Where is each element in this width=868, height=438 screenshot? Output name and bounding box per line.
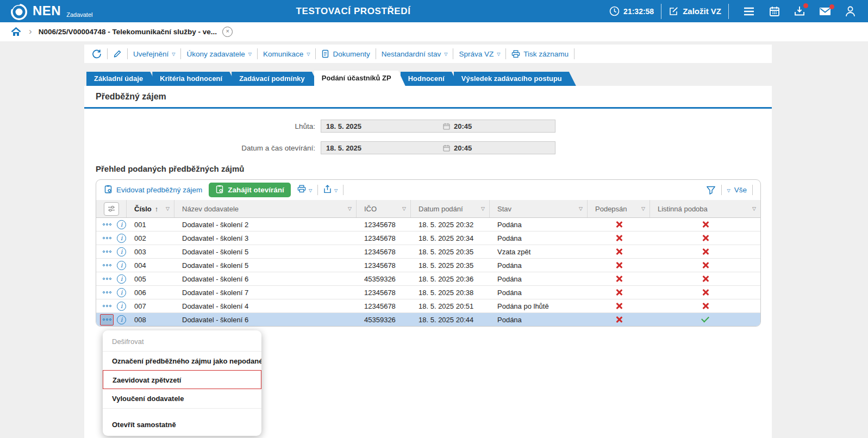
tab-1[interactable]: Základní údaje (86, 72, 157, 86)
row-info-button[interactable]: i (117, 315, 126, 324)
pencil-icon[interactable] (113, 49, 122, 59)
table-row[interactable]: i004Dodavatel - školení 51234567818. 5. … (96, 259, 760, 272)
table-row[interactable]: i002Dodavatel - školení 31234567818. 5. … (96, 231, 760, 245)
row-actions-menu-button[interactable] (100, 219, 114, 230)
home-icon[interactable] (11, 27, 21, 36)
column-header-4[interactable]: Datum podání▽ (411, 200, 490, 217)
print-button[interactable]: ▽ (297, 185, 312, 195)
row-actions-cell: i (96, 246, 127, 258)
table-row[interactable]: i008Dodavatel - školení 64535932618. 5. … (96, 313, 760, 327)
command-bar-item[interactable]: Tisk záznamu (511, 50, 569, 58)
row-actions-menu-button[interactable] (100, 301, 114, 312)
deadline-field[interactable]: 18. 5. 2025 20:45 (321, 120, 555, 133)
filter-caret-icon[interactable]: ▽ (399, 206, 406, 211)
column-header-3[interactable]: IČO▽ (357, 200, 411, 217)
cell-date-submitted: 18. 5. 2025 20:36 (411, 275, 490, 283)
column-settings-button[interactable] (104, 202, 119, 216)
cell-paper-form (650, 318, 760, 321)
dot (103, 251, 105, 253)
export-button[interactable]: ▽ (323, 185, 338, 196)
divider (127, 48, 128, 59)
cell-signed (588, 235, 650, 241)
command-bar-item-label: Tisk záznamu (523, 50, 569, 58)
tab-5[interactable]: Hodnocení (401, 72, 459, 86)
cell-paper-form (650, 221, 760, 228)
row-info-button[interactable]: i (117, 261, 126, 270)
tab-2[interactable]: Kritéria hodnocení (152, 72, 236, 86)
table-row[interactable]: i007Dodavatel - školení 41234567818. 5. … (96, 299, 760, 313)
row-actions-menu-button[interactable] (100, 287, 114, 298)
document-icon (321, 49, 329, 58)
command-bar-item[interactable]: Uveřejnění▽ (133, 50, 175, 58)
register-interest-button[interactable]: Evidovat předběžný zájem (104, 185, 202, 195)
column-header-5[interactable]: Stav▽ (490, 200, 588, 217)
row-actions-menu-button[interactable] (100, 273, 114, 285)
row-context-menu: DešifrovatOznačení předběžného zájmu jak… (103, 330, 261, 436)
app-logo[interactable]: NEN Zadavatel (10, 2, 92, 21)
row-actions-cell: i (96, 219, 127, 230)
calendar-icon[interactable] (769, 6, 780, 17)
filter-caret-icon[interactable]: ▽ (478, 206, 485, 211)
context-menu-item-5[interactable]: Otevřít samostatně (103, 415, 261, 434)
menu-section-divider (103, 408, 261, 415)
column-header-2[interactable]: Název dodavatele▽ (174, 200, 357, 217)
table-row[interactable]: i001Dodavatel - školení 21234567818. 5. … (96, 218, 760, 231)
table-row[interactable]: i005Dodavatel - školení 64535932618. 5. … (96, 272, 760, 286)
cell-supplier-name: Dodavatel - školení 5 (174, 261, 357, 270)
row-actions-menu-button[interactable] (100, 233, 114, 244)
row-actions-menu-button[interactable] (100, 260, 114, 271)
opening-field[interactable]: 18. 5. 2025 20:45 (321, 141, 555, 154)
brand-name: NEN (33, 2, 61, 20)
start-opening-button[interactable]: Zahájit otevírání (209, 183, 291, 197)
divider (505, 48, 506, 59)
cell-paper-form (650, 289, 760, 296)
breadcrumb-item[interactable]: N006/25/V00004748 - Telekomunikační služ… (39, 28, 217, 36)
command-bar-item-label: Úkony zadavatele (186, 50, 245, 58)
command-bar-item[interactable]: Správa VZ▽ (459, 50, 500, 58)
tab-4[interactable]: Podání účastníků ZP (314, 71, 405, 86)
cell-date-submitted: 18. 5. 2025 20:35 (411, 248, 490, 256)
tab-3[interactable]: Zadávací podmínky (232, 72, 319, 86)
row-info-button[interactable]: i (117, 220, 126, 229)
context-menu-item-4[interactable]: Vyloučení dodavatele (103, 389, 261, 408)
filter-caret-icon[interactable]: ▽ (638, 206, 645, 211)
filter-caret-icon[interactable]: ▽ (345, 206, 352, 211)
x-mark-icon (702, 221, 709, 228)
row-info-button[interactable]: i (117, 274, 126, 284)
column-header-7[interactable]: Listinná podoba▽ (650, 200, 760, 217)
row-info-button[interactable]: i (117, 302, 126, 311)
cell-supplier-name: Dodavatel - školení 3 (174, 234, 357, 242)
row-actions-menu-button[interactable] (100, 246, 114, 258)
command-bar-item[interactable]: Nestandardní stav▽ (382, 50, 448, 58)
command-bar-item[interactable]: Komunikace▽ (263, 50, 310, 58)
row-info-button[interactable]: i (117, 247, 126, 256)
filter-funnel-icon[interactable] (706, 186, 716, 195)
table-row[interactable]: i006Dodavatel - školení 71234567818. 5. … (96, 286, 760, 299)
filter-caret-icon[interactable]: ▽ (576, 206, 583, 211)
command-bar-item[interactable]: Dokumenty (321, 49, 370, 58)
tab-6[interactable]: Výsledek zadávacího postupu (454, 72, 576, 86)
column-header-1[interactable]: Číslo↑▽ (127, 200, 174, 217)
context-menu-item-3[interactable]: Zaevidovat zpětvzetí (103, 370, 261, 389)
context-menu-item-2[interactable]: Označení předběžného zájmu jako nepodané… (103, 351, 261, 370)
cell-date-submitted: 18. 5. 2025 20:44 (411, 316, 490, 324)
filter-caret-icon[interactable]: ▽ (163, 206, 170, 211)
user-icon[interactable] (845, 6, 855, 17)
row-info-button[interactable]: i (117, 288, 126, 297)
filter-all-dropdown[interactable]: Vše (734, 186, 747, 194)
download-icon[interactable] (794, 6, 805, 16)
table-row[interactable]: i003Dodavatel - školení 51234567818. 5. … (96, 245, 760, 259)
filter-caret-icon[interactable]: ▽ (749, 206, 756, 211)
close-icon[interactable]: × (222, 27, 233, 37)
column-header-6[interactable]: Podepsán▽ (588, 200, 650, 217)
x-mark-icon (616, 248, 622, 255)
mail-icon[interactable] (819, 7, 831, 16)
row-info-button[interactable]: i (117, 234, 126, 243)
command-bar-item[interactable]: Úkony zadavatele▽ (186, 50, 251, 58)
column-header-label: Název dodavatele (182, 205, 239, 213)
row-actions-menu-button[interactable] (100, 314, 114, 326)
menu-icon[interactable] (743, 7, 755, 16)
divider (661, 4, 661, 19)
create-vz-button[interactable]: Založit VZ (683, 7, 721, 16)
refresh-icon[interactable] (92, 49, 102, 59)
